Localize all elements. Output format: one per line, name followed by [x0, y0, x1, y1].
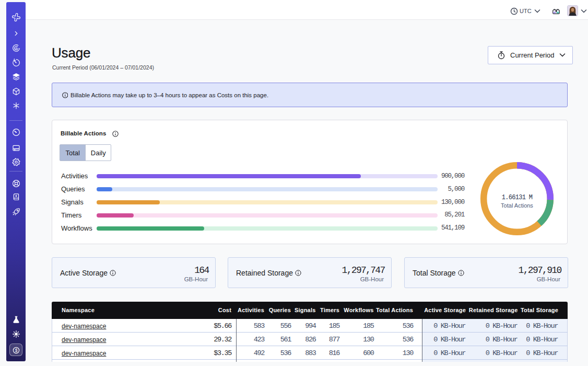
svg-text:$: $ — [15, 348, 17, 353]
